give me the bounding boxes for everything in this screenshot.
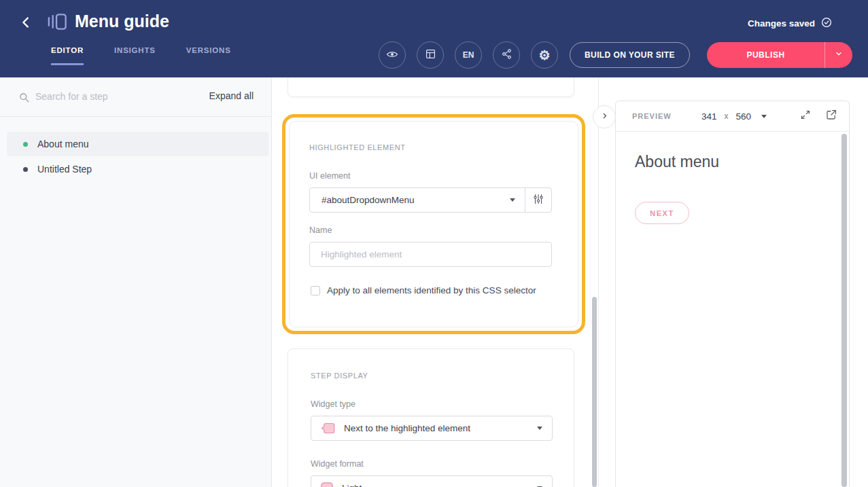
previous-settings-card (288, 77, 574, 97)
page-title: Menu guide (75, 12, 169, 31)
apply-all-label: Apply to all elements identified by this… (327, 285, 536, 295)
element-picker-button[interactable] (525, 188, 551, 212)
preview-next-button[interactable]: NEXT (635, 202, 689, 224)
open-external-icon (825, 109, 837, 124)
save-status-label: Changes saved (748, 18, 815, 29)
build-on-your-site-button[interactable]: BUILD ON YOUR SITE (570, 42, 690, 68)
chevron-down-icon (834, 49, 844, 61)
navbar-icon-buttons: EN ⚙ (379, 41, 558, 69)
preview-height: 560 (736, 111, 752, 122)
preview-size-separator: x (725, 111, 729, 121)
share-icon (500, 48, 513, 62)
step-search-input[interactable] (35, 88, 178, 105)
name-label: Name (309, 226, 332, 235)
app-root: Menu guide Changes saved EDITOR INSIGHTS… (0, 0, 868, 487)
expand-preview-button[interactable] (799, 109, 812, 124)
step-item-label: About menu (37, 139, 89, 149)
preview-step-title: About menu (635, 153, 719, 171)
chevron-left-icon (18, 15, 33, 33)
publish-button-group: PUBLISH (707, 42, 852, 68)
chevron-down-icon (510, 198, 515, 202)
step-item-label: Untitled Step (37, 164, 92, 175)
save-status: Changes saved (748, 16, 833, 31)
widget-format-icon (320, 482, 334, 487)
step-status-dot (23, 142, 28, 147)
section-title: STEP DISPLAY (311, 372, 368, 380)
language-label: EN (463, 50, 474, 60)
publish-dropdown-button[interactable] (825, 42, 852, 68)
widget-type-value: Next to the highlighted element (336, 423, 537, 433)
widget-format-value: Light (334, 483, 537, 487)
apply-all-row: Apply to all elements identified by this… (311, 285, 536, 295)
tab-versions[interactable]: VERSIONS (186, 46, 231, 65)
step-search-row: Expand all (0, 77, 271, 117)
editor-main-panel: HIGHLIGHTED ELEMENT UI element #aboutDro… (272, 77, 599, 487)
preview-size-dropdown[interactable]: 341 x 560 (701, 101, 767, 131)
check-circle-icon (820, 16, 833, 31)
preview-header: PREVIEW 341 x 560 (616, 101, 849, 132)
widget-format-select[interactable]: Light (311, 475, 553, 487)
preview-scrollbar[interactable] (841, 134, 847, 487)
step-item-about-menu[interactable]: About menu (7, 132, 268, 156)
preview-eye-button[interactable] (379, 41, 406, 69)
chevron-down-icon (761, 115, 767, 118)
gear-icon: ⚙ (538, 49, 550, 62)
search-icon (18, 91, 31, 107)
settings-button[interactable]: ⚙ (531, 41, 558, 69)
share-button[interactable] (493, 41, 520, 69)
preview-region: PREVIEW 341 x 560 (599, 77, 868, 487)
preview-card: PREVIEW 341 x 560 (615, 101, 850, 487)
chevron-right-icon (600, 111, 610, 124)
preview-width: 341 (701, 111, 717, 122)
sliders-icon (532, 193, 544, 208)
highlighted-element-ring: HIGHLIGHTED ELEMENT UI element #aboutDro… (282, 114, 585, 334)
preview-title: PREVIEW (632, 112, 672, 120)
tab-editor[interactable]: EDITOR (51, 46, 84, 65)
tour-cards-icon (46, 12, 69, 34)
back-button[interactable] (16, 14, 35, 33)
layout-button[interactable] (417, 41, 444, 69)
section-title: HIGHLIGHTED ELEMENT (309, 143, 406, 151)
ui-element-select[interactable]: #aboutDropdownMenu (309, 187, 552, 213)
steps-sidebar: Expand all About menu Untitled Step (0, 77, 272, 487)
step-list: About menu Untitled Step (7, 132, 268, 182)
language-button[interactable]: EN (455, 41, 482, 69)
expand-all-link[interactable]: Expand all (209, 90, 254, 101)
editor-tabs: EDITOR INSIGHTS VERSIONS (51, 46, 231, 65)
ui-element-label: UI element (309, 171, 350, 181)
editor-scrollbar[interactable] (592, 297, 597, 487)
expand-icon (799, 109, 812, 124)
apply-all-checkbox[interactable] (311, 286, 320, 295)
top-navbar: Menu guide Changes saved EDITOR INSIGHTS… (0, 0, 868, 77)
widget-type-select[interactable]: Next to the highlighted element (311, 416, 553, 441)
publish-button[interactable]: PUBLISH (707, 42, 824, 68)
chevron-down-icon (537, 427, 542, 430)
step-status-dot (23, 167, 28, 172)
ui-element-value: #aboutDropdownMenu (310, 195, 510, 205)
open-in-new-window-button[interactable] (825, 109, 837, 124)
tab-insights[interactable]: INSIGHTS (114, 46, 156, 65)
highlighted-element-card: HIGHLIGHTED ELEMENT UI element #aboutDro… (289, 121, 578, 327)
widget-format-label: Widget format (311, 459, 364, 469)
preview-header-icons (799, 101, 837, 131)
collapse-preview-button[interactable] (593, 105, 616, 128)
layout-icon (424, 48, 437, 62)
widget-type-label: Widget type (311, 399, 355, 409)
tooltip-bubble-icon (320, 421, 336, 435)
step-display-card: STEP DISPLAY Widget type Next to the hig… (288, 348, 574, 487)
name-input[interactable] (309, 242, 552, 267)
eye-icon (385, 48, 399, 63)
step-item-untitled-step[interactable]: Untitled Step (7, 157, 268, 181)
